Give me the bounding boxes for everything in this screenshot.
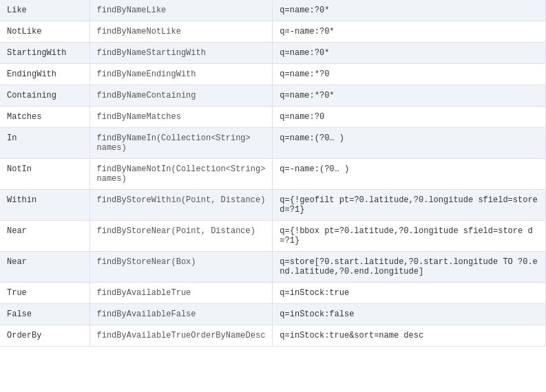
table-row: StartingWithfindByNameStartingWithq=name… bbox=[0, 43, 546, 64]
query-cell: q=name:?0* bbox=[273, 0, 546, 21]
query-cell: q=-name:(?0… ) bbox=[273, 159, 546, 190]
method-cell: findByNameMatches bbox=[90, 107, 273, 128]
table-row: NotInfindByNameNotIn(Collection<String> … bbox=[0, 159, 546, 190]
keyword-cell: Within bbox=[0, 190, 90, 221]
table-row: MatchesfindByNameMatchesq=name:?0 bbox=[0, 107, 546, 128]
table-row: NearfindByStoreNear(Point, Distance)q={!… bbox=[0, 221, 546, 252]
keyword-cell: In bbox=[0, 128, 90, 159]
table-row: NearfindByStoreNear(Box)q=store[?0.start… bbox=[0, 252, 546, 283]
keyword-cell: StartingWith bbox=[0, 43, 90, 64]
keyword-cell: True bbox=[0, 283, 90, 304]
method-cell: findByNameLike bbox=[90, 0, 273, 21]
method-cell: findByNameIn(Collection<String> names) bbox=[90, 128, 273, 159]
query-cell: q=name:?0 bbox=[273, 107, 546, 128]
keyword-cell: Near bbox=[0, 252, 90, 283]
query-cell: q={!bbox pt=?0.latitude,?0.longitude sfi… bbox=[273, 221, 546, 252]
method-cell: findByNameContaining bbox=[90, 85, 273, 107]
query-cell: q=name:?0* bbox=[273, 43, 546, 64]
table-row: WithinfindByStoreWithin(Point, Distance)… bbox=[0, 190, 546, 221]
query-cell: q=inStock:false bbox=[273, 304, 546, 325]
method-cell: findByAvailableTrue bbox=[90, 283, 273, 304]
keyword-cell: OrderBy bbox=[0, 325, 90, 347]
method-cell: findByNameEndingWith bbox=[90, 64, 273, 85]
method-cell: findByAvailableTrueOrderByNameDesc bbox=[90, 325, 273, 347]
table-row: LikefindByNameLikeq=name:?0* bbox=[0, 0, 546, 21]
query-cell: q=name:*?0* bbox=[273, 85, 546, 107]
keyword-cell: NotIn bbox=[0, 159, 90, 190]
keyword-cell: Like bbox=[0, 0, 90, 21]
keyword-cell: NotLike bbox=[0, 21, 90, 43]
table-row: TruefindByAvailableTrueq=inStock:true bbox=[0, 283, 546, 304]
keyword-cell: EndingWith bbox=[0, 64, 90, 85]
method-cell: findByAvailableFalse bbox=[90, 304, 273, 325]
table-row: NotLikefindByNameNotLikeq=-name:?0* bbox=[0, 21, 546, 43]
query-cell: q=name:(?0… ) bbox=[273, 128, 546, 159]
method-cell: findByNameStartingWith bbox=[90, 43, 273, 64]
method-cell: findByStoreWithin(Point, Distance) bbox=[90, 190, 273, 221]
query-cell: q=inStock:true&sort=name desc bbox=[273, 325, 546, 347]
keyword-cell: Containing bbox=[0, 85, 90, 107]
query-cell: q=inStock:true bbox=[273, 283, 546, 304]
method-cell: findByNameNotLike bbox=[90, 21, 273, 43]
methods-table: LikefindByNameLikeq=name:?0*NotLikefindB… bbox=[0, 0, 546, 347]
query-cell: q={!geofilt pt=?0.latitude,?0.longitude … bbox=[273, 190, 546, 221]
keyword-cell: Near bbox=[0, 221, 90, 252]
table-row: EndingWithfindByNameEndingWithq=name:*?0 bbox=[0, 64, 546, 85]
method-cell: findByStoreNear(Point, Distance) bbox=[90, 221, 273, 252]
table-row: FalsefindByAvailableFalseq=inStock:false bbox=[0, 304, 546, 325]
query-cell: q=-name:?0* bbox=[273, 21, 546, 43]
table-row: ContainingfindByNameContainingq=name:*?0… bbox=[0, 85, 546, 107]
keyword-cell: Matches bbox=[0, 107, 90, 128]
query-cell: q=store[?0.start.latitude,?0.start.longi… bbox=[273, 252, 546, 283]
table-row: OrderByfindByAvailableTrueOrderByNameDes… bbox=[0, 325, 546, 347]
table-row: InfindByNameIn(Collection<String> names)… bbox=[0, 128, 546, 159]
method-cell: findByStoreNear(Box) bbox=[90, 252, 273, 283]
query-cell: q=name:*?0 bbox=[273, 64, 546, 85]
method-cell: findByNameNotIn(Collection<String> names… bbox=[90, 159, 273, 190]
keyword-cell: False bbox=[0, 304, 90, 325]
